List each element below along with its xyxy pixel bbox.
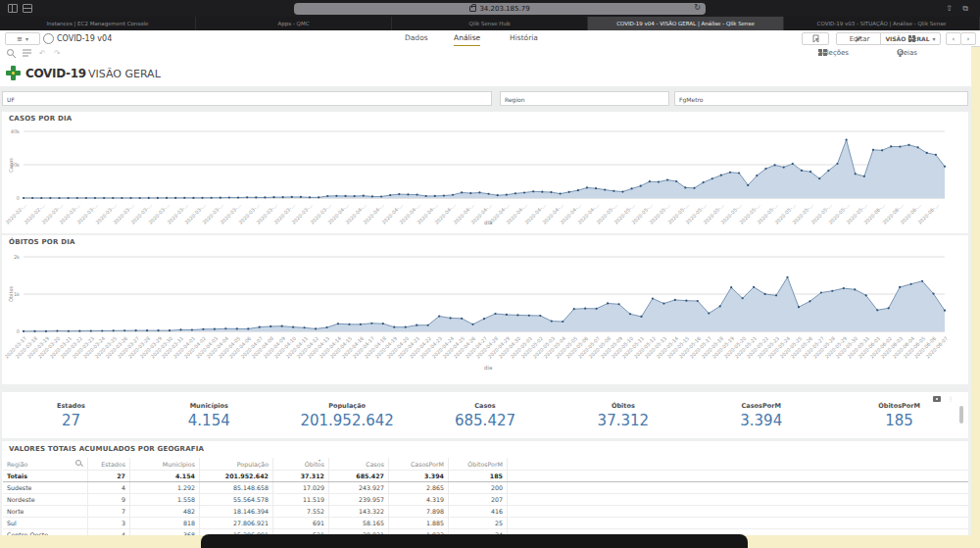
table-cell[interactable]: 368	[130, 529, 200, 536]
data-point[interactable]	[335, 195, 337, 197]
data-point[interactable]	[658, 180, 660, 182]
data-point[interactable]	[192, 197, 194, 199]
data-point[interactable]	[775, 294, 777, 296]
data-point[interactable]	[434, 195, 436, 197]
nav-tab-história[interactable]: História	[510, 30, 538, 45]
data-point[interactable]	[300, 196, 302, 198]
data-point[interactable]	[121, 197, 122, 199]
data-point[interactable]	[146, 329, 148, 331]
sidebar-icon[interactable]	[8, 4, 18, 13]
data-point[interactable]	[730, 286, 732, 288]
data-point[interactable]	[596, 308, 598, 310]
data-point[interactable]	[595, 187, 597, 189]
table-cell[interactable]: 1.885	[389, 518, 449, 529]
data-point[interactable]	[228, 196, 230, 198]
data-point[interactable]	[259, 326, 261, 328]
data-point[interactable]	[827, 170, 829, 172]
data-point[interactable]	[881, 149, 883, 151]
data-point[interactable]	[461, 318, 463, 320]
data-point[interactable]	[497, 194, 499, 196]
data-point[interactable]	[899, 145, 901, 147]
data-point[interactable]	[756, 174, 758, 176]
data-point[interactable]	[382, 323, 384, 324]
data-point[interactable]	[224, 327, 226, 329]
data-point[interactable]	[40, 197, 42, 199]
nav-tab-análise[interactable]: Análise	[454, 30, 480, 47]
data-point[interactable]	[326, 195, 328, 197]
data-point[interactable]	[584, 308, 586, 310]
data-point[interactable]	[427, 324, 429, 326]
data-point[interactable]	[494, 313, 496, 315]
data-point[interactable]	[551, 320, 553, 322]
data-point[interactable]	[211, 197, 213, 199]
data-point[interactable]	[944, 166, 946, 168]
table-cell[interactable]: 27.806.921	[200, 518, 273, 529]
bookmark-button[interactable]: ▾	[802, 32, 829, 45]
data-point[interactable]	[416, 194, 417, 196]
more-options-icon[interactable]: ⋮	[948, 395, 955, 402]
data-point[interactable]	[247, 327, 249, 329]
data-point[interactable]	[662, 302, 664, 304]
data-point[interactable]	[487, 193, 489, 195]
data-point[interactable]	[568, 191, 570, 193]
data-point[interactable]	[68, 197, 70, 199]
table-row[interactable]: Totais274.154201.952.64237.312685.4273.3…	[3, 471, 968, 482]
data-point[interactable]	[31, 197, 33, 199]
address-bar[interactable]: 34.203.185.79 ↻	[294, 3, 706, 15]
data-point[interactable]	[617, 303, 619, 305]
data-point[interactable]	[863, 175, 865, 177]
browser-tab[interactable]: COVID-19 v03 - SITUAÇÃO | Análise - Qlik…	[784, 17, 980, 30]
data-point[interactable]	[649, 180, 651, 182]
data-point[interactable]	[469, 192, 471, 194]
data-point[interactable]	[764, 168, 766, 170]
data-point[interactable]	[506, 194, 508, 196]
data-point[interactable]	[354, 195, 356, 197]
table-cell[interactable]: 207	[449, 494, 508, 506]
data-point[interactable]	[33, 330, 35, 332]
data-point[interactable]	[944, 310, 946, 312]
data-point[interactable]	[586, 186, 588, 188]
column-header[interactable]: População	[200, 458, 273, 471]
table-cell[interactable]	[508, 471, 969, 482]
data-point[interactable]	[103, 197, 105, 199]
data-point[interactable]	[78, 330, 80, 332]
data-point[interactable]	[157, 197, 159, 199]
data-point[interactable]	[890, 145, 892, 147]
data-point[interactable]	[831, 290, 833, 292]
table-cell[interactable]: 416	[449, 506, 508, 518]
data-point[interactable]	[738, 172, 740, 174]
table-cell[interactable]: 4	[88, 529, 130, 536]
data-point[interactable]	[363, 195, 365, 197]
browser-tab[interactable]: Qlik Sense Hub	[392, 17, 588, 30]
data-point[interactable]	[932, 293, 934, 295]
data-point[interactable]	[818, 177, 820, 179]
table-cell[interactable]: 2.865	[389, 482, 449, 494]
data-point[interactable]	[711, 177, 713, 179]
data-point[interactable]	[315, 327, 317, 329]
tab-overview-icon[interactable]: ⧉	[962, 4, 968, 14]
data-point[interactable]	[337, 323, 339, 324]
selections-button[interactable]: Seleções	[818, 49, 849, 57]
table-cell[interactable]: 4	[88, 482, 130, 494]
data-point[interactable]	[801, 170, 803, 172]
table-cell[interactable]: 11.519	[273, 494, 329, 506]
data-point[interactable]	[697, 300, 699, 302]
table-row[interactable]: Sudeste41.29285.148.65817.029243.9272.86…	[3, 482, 968, 494]
table-cell[interactable]: 239.957	[329, 494, 389, 506]
data-point[interactable]	[843, 287, 845, 289]
data-point[interactable]	[237, 197, 239, 199]
data-point[interactable]	[68, 330, 70, 332]
data-point[interactable]	[183, 197, 185, 199]
data-point[interactable]	[573, 308, 575, 310]
table-cell[interactable]: Totais	[3, 471, 88, 482]
table-cell[interactable]: 37.312	[273, 471, 329, 482]
chart-casos-por-dia[interactable]: CASOS POR DIA 020k40kCasos2020-02-…2020-…	[2, 112, 968, 233]
data-point[interactable]	[809, 171, 811, 173]
data-point[interactable]	[112, 197, 114, 199]
data-point[interactable]	[854, 288, 856, 290]
data-point[interactable]	[798, 306, 800, 308]
data-point[interactable]	[471, 324, 473, 325]
table-cell[interactable]: 200	[449, 482, 508, 494]
data-point[interactable]	[876, 309, 878, 311]
table-cell[interactable]: 27	[88, 471, 130, 482]
